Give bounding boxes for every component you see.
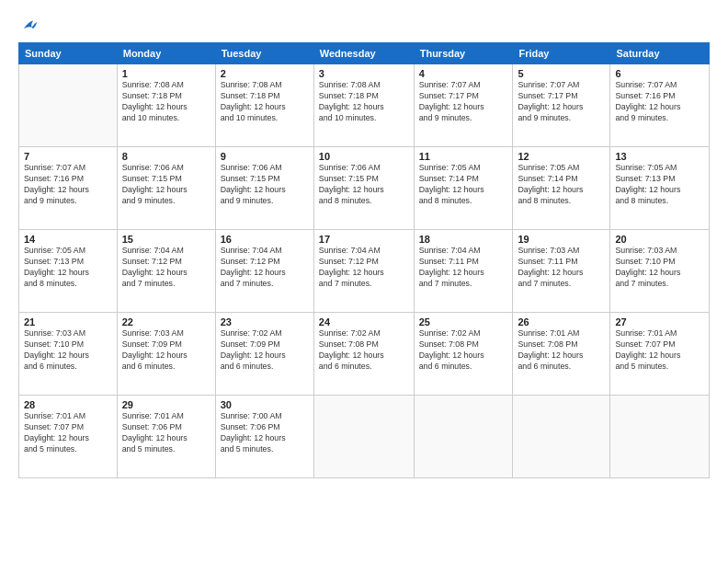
day-info: Sunrise: 7:06 AM Sunset: 7:15 PM Dayligh… xyxy=(319,163,409,207)
calendar-cell: 18Sunrise: 7:04 AM Sunset: 7:11 PM Dayli… xyxy=(414,230,513,313)
calendar-table: SundayMondayTuesdayWednesdayThursdayFrid… xyxy=(18,42,710,478)
calendar-cell: 19Sunrise: 7:03 AM Sunset: 7:11 PM Dayli… xyxy=(513,230,610,313)
day-info: Sunrise: 7:07 AM Sunset: 7:17 PM Dayligh… xyxy=(419,80,508,124)
calendar-cell: 3Sunrise: 7:08 AM Sunset: 7:18 PM Daylig… xyxy=(313,64,414,147)
day-number: 14 xyxy=(24,234,112,245)
day-info: Sunrise: 7:04 AM Sunset: 7:11 PM Dayligh… xyxy=(419,246,508,290)
day-number: 25 xyxy=(419,316,508,327)
day-info: Sunrise: 7:05 AM Sunset: 7:13 PM Dayligh… xyxy=(615,163,704,207)
weekday-header-friday: Friday xyxy=(513,43,610,64)
calendar-cell: 25Sunrise: 7:02 AM Sunset: 7:08 PM Dayli… xyxy=(414,313,513,396)
calendar-cell: 6Sunrise: 7:07 AM Sunset: 7:16 PM Daylig… xyxy=(610,64,710,147)
day-number: 26 xyxy=(518,316,605,327)
calendar-cell: 1Sunrise: 7:08 AM Sunset: 7:18 PM Daylig… xyxy=(117,64,215,147)
calendar-cell: 7Sunrise: 7:07 AM Sunset: 7:16 PM Daylig… xyxy=(19,147,118,230)
day-info: Sunrise: 7:02 AM Sunset: 7:08 PM Dayligh… xyxy=(419,328,508,373)
day-info: Sunrise: 7:03 AM Sunset: 7:11 PM Dayligh… xyxy=(518,246,605,290)
calendar-week-row: 21Sunrise: 7:03 AM Sunset: 7:10 PM Dayli… xyxy=(19,313,710,396)
day-number: 18 xyxy=(419,234,508,245)
day-number: 15 xyxy=(122,234,210,245)
day-number: 7 xyxy=(24,151,112,162)
day-info: Sunrise: 7:08 AM Sunset: 7:18 PM Dayligh… xyxy=(221,80,309,124)
calendar-cell: 8Sunrise: 7:06 AM Sunset: 7:15 PM Daylig… xyxy=(117,147,215,230)
day-info: Sunrise: 7:06 AM Sunset: 7:15 PM Dayligh… xyxy=(221,163,309,207)
day-info: Sunrise: 7:03 AM Sunset: 7:10 PM Dayligh… xyxy=(24,328,112,373)
calendar-cell: 23Sunrise: 7:02 AM Sunset: 7:09 PM Dayli… xyxy=(215,313,313,396)
calendar-header-row: SundayMondayTuesdayWednesdayThursdayFrid… xyxy=(19,43,710,64)
day-number: 22 xyxy=(122,316,210,327)
day-number: 1 xyxy=(122,68,210,79)
calendar-cell: 26Sunrise: 7:01 AM Sunset: 7:08 PM Dayli… xyxy=(513,313,610,396)
day-info: Sunrise: 7:07 AM Sunset: 7:16 PM Dayligh… xyxy=(615,80,704,124)
day-info: Sunrise: 7:03 AM Sunset: 7:10 PM Dayligh… xyxy=(615,246,704,290)
day-number: 30 xyxy=(221,399,309,410)
day-info: Sunrise: 7:07 AM Sunset: 7:16 PM Dayligh… xyxy=(24,163,112,207)
day-info: Sunrise: 7:03 AM Sunset: 7:09 PM Dayligh… xyxy=(122,328,210,373)
day-number: 28 xyxy=(24,399,112,410)
weekday-header-sunday: Sunday xyxy=(19,43,118,64)
day-info: Sunrise: 7:08 AM Sunset: 7:18 PM Dayligh… xyxy=(319,80,409,124)
day-info: Sunrise: 7:02 AM Sunset: 7:09 PM Dayligh… xyxy=(221,328,309,373)
day-number: 2 xyxy=(221,68,309,79)
weekday-header-saturday: Saturday xyxy=(610,43,710,64)
calendar-cell: 21Sunrise: 7:03 AM Sunset: 7:10 PM Dayli… xyxy=(19,313,118,396)
day-number: 4 xyxy=(419,68,508,79)
calendar-week-row: 14Sunrise: 7:05 AM Sunset: 7:13 PM Dayli… xyxy=(19,230,710,313)
weekday-header-wednesday: Wednesday xyxy=(313,43,414,64)
calendar-cell: 11Sunrise: 7:05 AM Sunset: 7:14 PM Dayli… xyxy=(414,147,513,230)
calendar-cell: 5Sunrise: 7:07 AM Sunset: 7:17 PM Daylig… xyxy=(513,64,610,147)
day-number: 16 xyxy=(221,234,309,245)
day-info: Sunrise: 7:01 AM Sunset: 7:07 PM Dayligh… xyxy=(24,411,112,455)
weekday-header-monday: Monday xyxy=(117,43,215,64)
logo-bird-icon xyxy=(18,17,39,37)
calendar-week-row: 1Sunrise: 7:08 AM Sunset: 7:18 PM Daylig… xyxy=(19,64,710,147)
day-info: Sunrise: 7:08 AM Sunset: 7:18 PM Dayligh… xyxy=(122,80,210,124)
day-number: 11 xyxy=(419,151,508,162)
calendar-cell: 28Sunrise: 7:01 AM Sunset: 7:07 PM Dayli… xyxy=(19,396,118,478)
day-number: 23 xyxy=(221,316,309,327)
day-number: 10 xyxy=(319,151,409,162)
logo xyxy=(18,17,42,37)
calendar-cell: 14Sunrise: 7:05 AM Sunset: 7:13 PM Dayli… xyxy=(19,230,118,313)
calendar-cell: 29Sunrise: 7:01 AM Sunset: 7:06 PM Dayli… xyxy=(117,396,215,478)
day-info: Sunrise: 7:07 AM Sunset: 7:17 PM Dayligh… xyxy=(518,80,605,124)
day-info: Sunrise: 7:00 AM Sunset: 7:06 PM Dayligh… xyxy=(221,411,309,455)
day-info: Sunrise: 7:05 AM Sunset: 7:13 PM Dayligh… xyxy=(24,246,112,290)
calendar-cell: 27Sunrise: 7:01 AM Sunset: 7:07 PM Dayli… xyxy=(610,313,710,396)
day-number: 12 xyxy=(518,151,605,162)
calendar-cell: 22Sunrise: 7:03 AM Sunset: 7:09 PM Dayli… xyxy=(117,313,215,396)
day-info: Sunrise: 7:05 AM Sunset: 7:14 PM Dayligh… xyxy=(419,163,508,207)
calendar-cell: 10Sunrise: 7:06 AM Sunset: 7:15 PM Dayli… xyxy=(313,147,414,230)
day-info: Sunrise: 7:01 AM Sunset: 7:06 PM Dayligh… xyxy=(122,411,210,455)
calendar-week-row: 28Sunrise: 7:01 AM Sunset: 7:07 PM Dayli… xyxy=(19,396,710,478)
day-number: 3 xyxy=(319,68,409,79)
calendar-cell: 4Sunrise: 7:07 AM Sunset: 7:17 PM Daylig… xyxy=(414,64,513,147)
day-number: 19 xyxy=(518,234,605,245)
calendar-week-row: 7Sunrise: 7:07 AM Sunset: 7:16 PM Daylig… xyxy=(19,147,710,230)
calendar-cell: 24Sunrise: 7:02 AM Sunset: 7:08 PM Dayli… xyxy=(313,313,414,396)
day-number: 9 xyxy=(221,151,309,162)
calendar-cell xyxy=(610,396,710,478)
calendar-cell: 20Sunrise: 7:03 AM Sunset: 7:10 PM Dayli… xyxy=(610,230,710,313)
day-info: Sunrise: 7:02 AM Sunset: 7:08 PM Dayligh… xyxy=(319,328,409,373)
day-number: 21 xyxy=(24,316,112,327)
calendar-cell: 30Sunrise: 7:00 AM Sunset: 7:06 PM Dayli… xyxy=(215,396,313,478)
day-number: 5 xyxy=(518,68,605,79)
day-number: 29 xyxy=(122,399,210,410)
day-info: Sunrise: 7:04 AM Sunset: 7:12 PM Dayligh… xyxy=(122,246,210,290)
day-number: 13 xyxy=(615,151,704,162)
weekday-header-tuesday: Tuesday xyxy=(215,43,313,64)
day-number: 6 xyxy=(615,68,704,79)
calendar-cell: 16Sunrise: 7:04 AM Sunset: 7:12 PM Dayli… xyxy=(215,230,313,313)
day-number: 27 xyxy=(615,316,704,327)
day-number: 8 xyxy=(122,151,210,162)
day-number: 17 xyxy=(319,234,409,245)
calendar-cell: 17Sunrise: 7:04 AM Sunset: 7:12 PM Dayli… xyxy=(313,230,414,313)
calendar-cell: 15Sunrise: 7:04 AM Sunset: 7:12 PM Dayli… xyxy=(117,230,215,313)
day-number: 24 xyxy=(319,316,409,327)
calendar-cell: 2Sunrise: 7:08 AM Sunset: 7:18 PM Daylig… xyxy=(215,64,313,147)
calendar-cell: 9Sunrise: 7:06 AM Sunset: 7:15 PM Daylig… xyxy=(215,147,313,230)
day-info: Sunrise: 7:01 AM Sunset: 7:08 PM Dayligh… xyxy=(518,328,605,373)
calendar-cell xyxy=(513,396,610,478)
calendar-cell xyxy=(414,396,513,478)
